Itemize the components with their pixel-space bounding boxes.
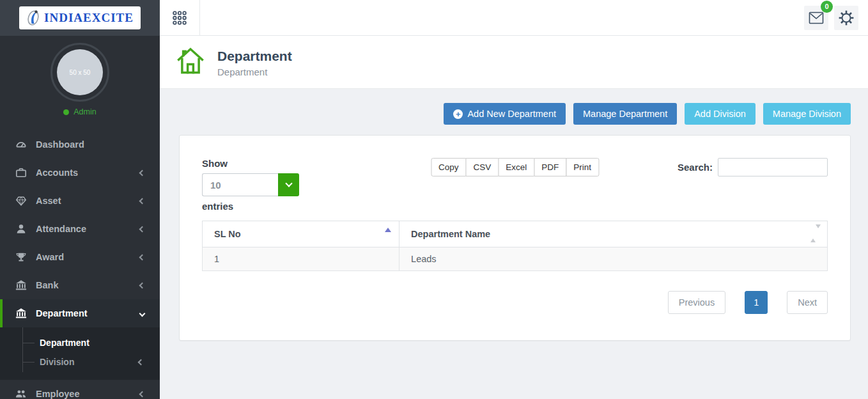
sidebar-item-dashboard[interactable]: Dashboard	[0, 130, 160, 159]
logo-strip: INDIAEXCITE	[0, 0, 160, 36]
gauge-icon	[15, 139, 27, 150]
button-label: Manage Division	[773, 109, 841, 119]
export-button-group: Copy CSV Excel PDF Print	[431, 158, 599, 176]
department-submenu: Department Division	[0, 327, 160, 380]
table-controls: Show 10 entries Copy CSV Excel PDF Print	[202, 158, 828, 212]
chevron-left-icon	[139, 391, 146, 397]
user-role-line: Admin	[63, 107, 96, 116]
column-label: Department Name	[411, 229, 490, 239]
add-new-department-button[interactable]: + Add New Department	[444, 103, 566, 125]
print-button[interactable]: Print	[566, 158, 599, 176]
sidebar-item-label: Dashboard	[36, 139, 144, 150]
brand-name: INDIAEXCITE	[44, 11, 134, 25]
sidebar-item-accounts[interactable]: Accounts	[0, 159, 160, 187]
grid-icon	[171, 10, 188, 26]
column-label: SL No	[214, 229, 241, 239]
sidebar-item-employee[interactable]: Employee	[0, 380, 160, 399]
settings-button[interactable]	[834, 6, 858, 30]
user-icon	[15, 223, 27, 235]
manage-department-button[interactable]: Manage Department	[573, 103, 677, 125]
pagination: Previous 1 Next	[202, 291, 828, 314]
brand-logo-icon	[26, 10, 40, 26]
sidebar-item-label: Attendance	[36, 224, 140, 234]
previous-page-button[interactable]: Previous	[668, 291, 725, 314]
chevron-left-icon	[139, 198, 146, 204]
page-header: Department Department	[160, 36, 868, 89]
submenu-item-label: Division	[40, 357, 139, 367]
csv-button[interactable]: CSV	[465, 158, 499, 176]
chevron-left-icon	[139, 254, 146, 260]
actions-row: + Add New Department Manage Department A…	[179, 103, 851, 125]
sidebar-item-attendance[interactable]: Attendance	[0, 215, 160, 243]
sidebar-item-label: Award	[36, 252, 140, 262]
submenu-item-division[interactable]: Division	[0, 352, 160, 372]
page-subtitle: Department	[217, 66, 292, 77]
entries-label: entries	[202, 201, 304, 212]
sidebar-nav: Dashboard Accounts Asset Attendance	[0, 130, 160, 399]
bank-icon	[15, 308, 27, 319]
gem-icon	[15, 195, 27, 207]
sidebar-item-label: Asset	[36, 196, 140, 206]
sidebar: INDIAEXCITE 50 x 50 Admin Dashboard Acco…	[0, 0, 160, 399]
department-table-panel: Show 10 entries Copy CSV Excel PDF Print	[179, 135, 851, 341]
chevron-down-icon	[285, 180, 292, 187]
column-header-department-name[interactable]: Department Name	[399, 221, 828, 247]
search-label: Search:	[678, 162, 713, 173]
sort-both-icon	[810, 228, 821, 239]
excel-button[interactable]: Excel	[498, 158, 534, 176]
submenu-item-department[interactable]: Department	[0, 333, 160, 352]
page-length-select[interactable]: 10	[202, 173, 299, 196]
sidebar-item-department[interactable]: Department	[0, 299, 160, 327]
button-label: Manage Department	[583, 109, 667, 119]
next-page-button[interactable]: Next	[787, 291, 828, 314]
department-table: SL No Department Name 1	[202, 221, 828, 271]
cell-slno: 1	[203, 247, 399, 271]
topbar-right: 0	[804, 6, 868, 30]
chevron-left-icon	[138, 359, 144, 365]
users-icon	[15, 388, 27, 399]
page-length-dropdown-button[interactable]	[278, 173, 299, 196]
plus-circle-icon: +	[453, 109, 463, 119]
pdf-button[interactable]: PDF	[534, 158, 566, 176]
user-profile: 50 x 50 Admin	[0, 36, 160, 116]
page-length-value: 10	[202, 173, 278, 196]
page-length-block: Show 10 entries	[202, 158, 304, 212]
table-header-row: SL No Department Name	[203, 221, 828, 247]
briefcase-icon	[15, 167, 27, 178]
sidebar-item-label: Department	[36, 308, 140, 318]
page-title-block: Department Department	[217, 49, 292, 77]
button-label: Add Division	[694, 109, 746, 119]
sidebar-item-label: Employee	[36, 389, 140, 399]
page-title: Department	[217, 49, 292, 64]
submenu-item-label: Department	[40, 338, 143, 348]
content-area: + Add New Department Manage Department A…	[160, 89, 868, 341]
home-icon	[177, 46, 204, 79]
sort-ascending-icon	[385, 228, 391, 232]
envelope-icon	[809, 12, 824, 24]
sidebar-item-label: Accounts	[36, 168, 140, 178]
search-block: Search:	[678, 158, 828, 176]
sidebar-item-bank[interactable]: Bank	[0, 271, 160, 299]
main-area: 0	[160, 0, 868, 341]
sidebar-item-label: Bank	[36, 280, 140, 290]
page-number-button[interactable]: 1	[745, 291, 768, 314]
manage-division-button[interactable]: Manage Division	[763, 103, 851, 125]
column-header-slno[interactable]: SL No	[203, 221, 399, 247]
button-label: Add New Department	[467, 109, 556, 119]
search-input[interactable]	[718, 158, 828, 176]
add-division-button[interactable]: Add Division	[685, 103, 756, 125]
app-grid-button[interactable]	[160, 0, 200, 35]
copy-button[interactable]: Copy	[431, 158, 467, 176]
sidebar-item-award[interactable]: Award	[0, 243, 160, 271]
sidebar-item-asset[interactable]: Asset	[0, 187, 160, 215]
cell-department-name: Leads	[399, 247, 828, 271]
messages-button[interactable]: 0	[804, 6, 828, 30]
avatar[interactable]: 50 x 50	[57, 49, 103, 95]
bank-icon	[15, 279, 27, 291]
topbar: 0	[160, 0, 868, 36]
gear-icon	[838, 10, 855, 26]
avatar-ring: 50 x 50	[50, 43, 109, 102]
brand-logo[interactable]: INDIAEXCITE	[19, 6, 141, 29]
table-row[interactable]: 1 Leads	[203, 247, 828, 271]
chevron-left-icon	[139, 226, 146, 232]
